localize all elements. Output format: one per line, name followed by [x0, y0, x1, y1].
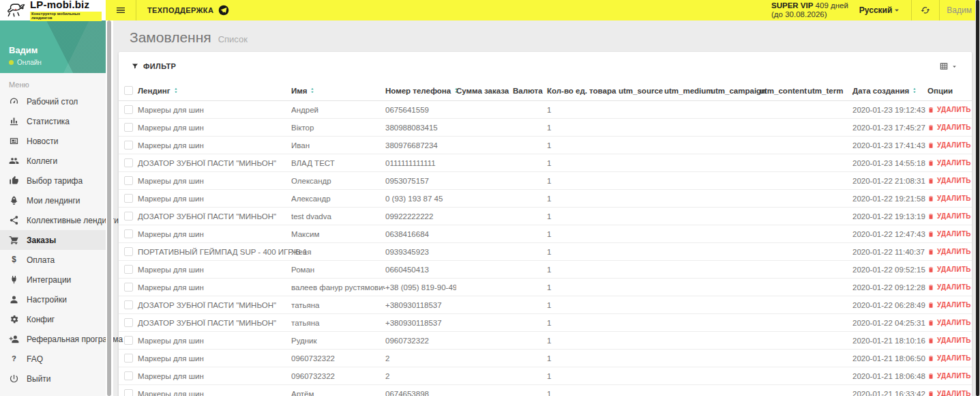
row-checkbox[interactable] — [124, 354, 133, 363]
cell-phone: 0 (93) 193 87 45 — [385, 195, 456, 203]
cell-phone: 09922222222 — [385, 212, 456, 221]
row-checkbox[interactable] — [124, 141, 133, 150]
sidebar-item-statistics[interactable]: Статистика — [0, 111, 106, 131]
filter-button[interactable]: ФИЛЬТР — [131, 62, 176, 70]
delete-button[interactable]: УДАЛИТЬ — [927, 301, 971, 309]
plan-name: SUPER VIP — [771, 1, 813, 10]
column-settings-button[interactable] — [939, 61, 958, 71]
delete-button[interactable]: УДАЛИТЬ — [927, 283, 971, 291]
row-checkbox[interactable] — [124, 318, 133, 327]
sidebar-item-label: Выйти — [27, 374, 51, 384]
delete-button[interactable]: УДАЛИТЬ — [927, 106, 971, 113]
refresh-button[interactable] — [912, 0, 939, 20]
support-button[interactable]: ТЕХПОДДЕРЖКА — [136, 5, 240, 16]
sidebar-item-my-landings[interactable]: Мои лендинги — [0, 190, 106, 210]
delete-button[interactable]: УДАЛИТЬ — [927, 337, 971, 344]
logo[interactable]: LP-mobi.biz Конструктор мобильных лендин… — [0, 0, 106, 20]
cell-name: Иван — [291, 141, 385, 150]
options-cell: УДАЛИТЬ — [927, 301, 972, 309]
delete-button[interactable]: УДАЛИТЬ — [927, 124, 971, 131]
delete-button[interactable]: УДАЛИТЬ — [927, 266, 971, 273]
language-selector[interactable]: Русский — [859, 5, 902, 15]
sidebar-item-colleagues[interactable]: Коллеги — [0, 151, 106, 171]
sidebar-item-faq[interactable]: ? FAQ — [0, 349, 106, 369]
row-checkbox[interactable] — [124, 176, 133, 185]
hamburger-menu-icon[interactable] — [106, 0, 136, 20]
sort-icon[interactable] — [309, 86, 316, 95]
row-checkbox[interactable] — [124, 300, 133, 309]
row-checkbox[interactable] — [124, 229, 133, 238]
row-checkbox[interactable] — [124, 283, 133, 292]
sidebar-item-referral[interactable]: Реферальная программа — [0, 329, 106, 349]
select-all-checkbox[interactable] — [124, 86, 133, 95]
sidebar-scrollbar[interactable] — [106, 20, 113, 396]
delete-button[interactable]: УДАЛИТЬ — [927, 212, 971, 220]
cell-phone: 380976687234 — [385, 141, 456, 150]
cell-qty: 1 — [547, 319, 619, 327]
row-checkbox-cell — [119, 212, 138, 221]
delete-button[interactable]: УДАЛИТЬ — [927, 319, 971, 326]
row-checkbox-cell — [119, 229, 138, 238]
plan-badge: SUPER VIP 409 дней (до 30.08.2026) — [771, 1, 848, 19]
delete-button[interactable]: УДАЛИТЬ — [927, 141, 971, 149]
row-checkbox[interactable] — [124, 336, 133, 345]
delete-button[interactable]: УДАЛИТЬ — [927, 230, 971, 238]
delete-button[interactable]: УДАЛИТЬ — [927, 195, 971, 202]
row-checkbox-cell — [119, 389, 138, 396]
cell-phone: +38 (095) 819-90-49 — [385, 283, 456, 292]
trash-icon — [927, 142, 934, 149]
delete-button[interactable]: УДАЛИТЬ — [927, 354, 971, 362]
delete-button[interactable]: УДАЛИТЬ — [927, 159, 971, 167]
row-checkbox[interactable] — [124, 265, 133, 274]
filter-icon — [131, 62, 139, 70]
column-header-phone[interactable]: Номер телефона — [385, 86, 456, 95]
sidebar-item-label: Коллеги — [27, 156, 57, 166]
sidebar-item-integrations[interactable]: Интеграции — [0, 270, 106, 289]
sidebar-item-news[interactable]: Новости — [0, 131, 106, 151]
dashboard-icon — [9, 96, 19, 107]
cell-qty: 1 — [547, 195, 619, 203]
logo-title: LP-mobi.biz — [30, 0, 89, 10]
sidebar-item-orders[interactable]: Заказы — [0, 230, 106, 250]
row-checkbox[interactable] — [124, 247, 133, 256]
delete-button[interactable]: УДАЛИТЬ — [927, 372, 971, 380]
sidebar-item-collective-landings[interactable]: Коллективные лендинги — [0, 210, 106, 230]
table-row: Маркеры для шинАртём067465389812020-01-2… — [119, 385, 972, 396]
sidebar-item-payment[interactable]: $ Оплата — [0, 250, 106, 270]
delete-button[interactable]: УДАЛИТЬ — [927, 177, 971, 184]
cell-created: 2020-01-21 16:33:42 — [852, 390, 927, 396]
column-header-options: Опции — [927, 87, 972, 95]
row-checkbox[interactable] — [124, 389, 133, 396]
sidebar-item-settings[interactable]: Настройки — [0, 289, 106, 309]
column-header-landing[interactable]: Лендинг — [138, 86, 291, 95]
sidebar-item-tariff[interactable]: Выбор тарифа — [0, 171, 106, 190]
cell-landing: Маркеры для шин — [138, 390, 291, 396]
row-checkbox[interactable] — [124, 123, 133, 132]
cell-phone: 380988083415 — [385, 124, 456, 132]
sort-icon[interactable] — [173, 86, 179, 95]
row-checkbox[interactable] — [124, 158, 133, 167]
trash-icon — [927, 302, 934, 309]
cell-phone: 0111111111111 — [385, 159, 456, 167]
sort-icon[interactable] — [911, 86, 918, 95]
sidebar-item-dashboard[interactable]: Рабочий стол — [0, 91, 106, 111]
column-header-name[interactable]: Имя — [291, 86, 385, 95]
delete-button[interactable]: УДАЛИТЬ — [927, 390, 971, 396]
row-checkbox[interactable] — [124, 371, 133, 380]
page-subtitle: Список — [218, 34, 248, 44]
sidebar-item-config[interactable]: Конфиг — [0, 309, 106, 329]
options-cell: УДАЛИТЬ — [927, 319, 972, 326]
column-header-created[interactable]: Дата создания — [852, 86, 927, 95]
row-checkbox[interactable] — [124, 194, 133, 203]
cell-name: татьяна — [291, 301, 385, 309]
topbar-user-menu[interactable]: Вадим — [940, 0, 980, 20]
delete-button[interactable]: УДАЛИТЬ — [927, 248, 971, 255]
power-icon — [9, 373, 19, 384]
cell-landing: Маркеры для шин — [138, 124, 291, 132]
sidebar-item-label: Рабочий стол — [27, 97, 78, 107]
row-checkbox[interactable] — [124, 105, 133, 114]
row-checkbox[interactable] — [124, 212, 133, 221]
page-scrollbar[interactable] — [975, 0, 980, 396]
cell-qty: 1 — [547, 390, 619, 396]
sidebar-item-logout[interactable]: Выйти — [0, 369, 106, 388]
